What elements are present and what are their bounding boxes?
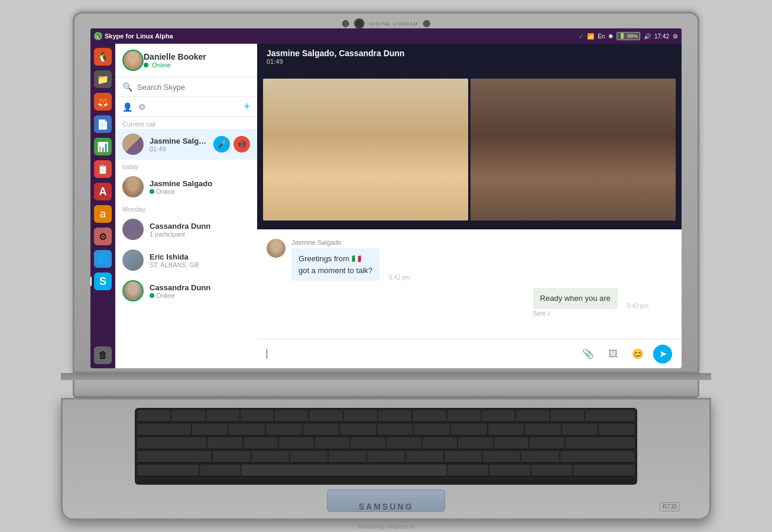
key (266, 424, 302, 436)
key (252, 451, 289, 463)
taskbar-battery: 🔋 99% (617, 32, 640, 40)
dock-item-skype[interactable]: S (92, 271, 113, 292)
key (494, 437, 529, 449)
key (413, 410, 446, 422)
emoji-button[interactable]: 😊 (628, 345, 647, 364)
conversation-jasmine[interactable]: Jasmine Salgado Online (115, 171, 257, 202)
skype-dock-icon: S (94, 273, 112, 290)
cassandra-avatar (122, 219, 144, 240)
dock-item-ubuntu[interactable]: 🐧 (92, 46, 113, 67)
chat-area: Jasmine Salgado, Cassandra Dunn 01:49 (257, 44, 682, 368)
skype-sidebar: Danielle Booker Online 🔍 (115, 44, 257, 368)
dock-item-settings[interactable]: ⚙ (92, 226, 113, 247)
add-image-button[interactable]: 🖼 (604, 345, 622, 364)
dock-item-chrome[interactable]: 🌐 (92, 248, 113, 270)
mute-button[interactable]: 🎤 (213, 136, 230, 153)
dock-item-texteditor[interactable]: 📄 (92, 113, 113, 135)
search-bar[interactable]: 🔍 (115, 77, 257, 97)
message-group-sent: Ready when you are 5:42 pm Sent ✓ (267, 288, 672, 317)
msg-row-1: Greetings from 🇮🇹got a moment to talk? 5… (291, 248, 672, 281)
key (351, 437, 385, 449)
key (309, 410, 342, 422)
settings-icon: ⚙ (94, 228, 112, 245)
msg-row-sent: Ready when you are 5:42 pm (533, 288, 648, 309)
dock-item-docs[interactable]: 📋 (92, 158, 113, 180)
dock-item-files[interactable]: 📁 (92, 69, 113, 90)
dock-item-amazon[interactable]: a (92, 203, 113, 225)
conversation-cassandra-dunn[interactable]: Cassandra Dunn 1 participant (115, 214, 257, 245)
conversation-eric-ishida[interactable]: Eric Ishida ST. ALBANS, GB (115, 245, 257, 275)
end-call-button[interactable]: 📵 (233, 136, 250, 153)
taskbar-settings-icon[interactable]: ⚙ (673, 33, 678, 40)
key (207, 437, 242, 449)
dock-item-firefox[interactable]: 🦊 (92, 91, 113, 112)
files-icon: 📁 (94, 70, 112, 88)
chat-input-field[interactable] (267, 349, 573, 359)
samsung-logo: SAMSUNG (359, 502, 414, 511)
search-input[interactable] (137, 83, 250, 92)
active-call-timer: 01:49 (150, 145, 207, 153)
amazon-icon: a (94, 205, 112, 223)
key (447, 410, 481, 422)
laptop-lid: DIGITAL LIVECAM 🐧 Skype for Linux Alpha … (73, 12, 699, 373)
key-space (242, 465, 446, 476)
key (458, 437, 493, 449)
conversation-item-active-call[interactable]: Jasmine Salgado, Ca... 01:49 🎤 📵 (115, 129, 257, 160)
ubuntu-dock: 🐧 📁 🦊 📄 📊 📋 (90, 44, 115, 368)
laptop: DIGITAL LIVECAM 🐧 Skype for Linux Alpha … (61, 12, 711, 520)
sidebar-toolbar: 👤 ⚙ + (115, 97, 257, 117)
key-ctrl-r (573, 465, 635, 476)
add-file-button[interactable]: 📎 (579, 345, 598, 364)
screen-bezel: 🐧 Skype for Linux Alpha ✓ 📶 En ✱ 🔋 99% 🔊… (90, 28, 682, 368)
taskbar-left: 🐧 Skype for Linux Alpha (94, 32, 173, 40)
sent-label: Sent ✓ (533, 310, 648, 317)
key (315, 437, 350, 449)
cassandra2-status: Online (150, 292, 250, 299)
sidebar-profile: Danielle Booker Online (115, 44, 257, 77)
settings-icon[interactable]: ⚙ (138, 102, 146, 112)
eric-sub: ST. ALBANS, GB (150, 261, 250, 268)
camera-bar: DIGITAL LIVECAM (342, 18, 430, 29)
video-area (257, 70, 682, 229)
msg-content-sent: Ready when you are 5:42 pm Sent ✓ (533, 288, 648, 317)
key (279, 437, 314, 449)
cassandra-info: Cassandra Dunn 1 participant (150, 222, 250, 238)
msg-bubble-sent: Ready when you are (533, 288, 618, 309)
call-header: Jasmine Salgado, Cassandra Dunn 01:49 (257, 44, 682, 70)
key-backspace (585, 410, 635, 422)
taskbar: 🐧 Skype for Linux Alpha ✓ 📶 En ✱ 🔋 99% 🔊… (90, 28, 682, 44)
key-enter (566, 437, 635, 449)
key (344, 410, 377, 422)
call-header-info: Jasmine Salgado, Cassandra Dunn 01:49 (267, 48, 404, 65)
key (423, 437, 458, 449)
add-contact-button[interactable]: + (244, 100, 250, 113)
key (531, 465, 572, 476)
msg-avatar-jasmine (267, 239, 286, 258)
dock-item-a[interactable]: A (92, 181, 113, 202)
app-container: 🐧 📁 🦊 📄 📊 📋 (90, 44, 682, 368)
section-current-call: Current call (115, 117, 257, 129)
conversation-cassandra2[interactable]: Cassandra Dunn Online (115, 275, 257, 306)
key-tab (137, 424, 191, 436)
dock-item-trash[interactable]: 🗑 (92, 345, 113, 366)
section-monday: Monday (115, 202, 257, 214)
laptop-base (73, 380, 699, 398)
dock-item-spreadsheet[interactable]: 📊 (92, 136, 113, 157)
key (340, 424, 376, 436)
key (483, 451, 520, 463)
contacts-icon[interactable]: 👤 (122, 102, 132, 112)
chrome-icon: 🌐 (94, 250, 112, 268)
jasmine-avatar (122, 176, 144, 197)
taskbar-bluetooth-icon: ✱ (608, 33, 613, 40)
cassandra-name: Cassandra Dunn (150, 222, 250, 231)
send-button[interactable]: ➤ (653, 345, 672, 364)
key (137, 410, 170, 422)
ubuntu-taskbar-icon[interactable]: 🐧 (94, 32, 102, 40)
profile-status: Online (144, 61, 206, 69)
active-call-info: Jasmine Salgado, Ca... 01:49 (150, 137, 207, 153)
key (521, 451, 559, 463)
key (406, 451, 443, 463)
key (550, 410, 583, 422)
cassandra-sub: 1 participant (150, 231, 250, 238)
message-group-received: Jasmine Salgado Greetings from 🇮🇹got a m… (267, 239, 672, 281)
